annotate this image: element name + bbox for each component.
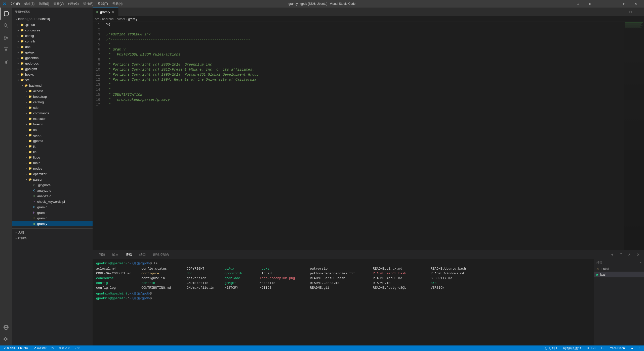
code-line-2: 2 (93, 27, 624, 32)
tab-close-button[interactable]: ✕ (112, 10, 115, 14)
sidebar-item-gpMgmt[interactable]: 📁 gpMgmt (12, 66, 93, 72)
sidebar-item-lib[interactable]: 📁 lib (12, 149, 93, 155)
sidebar-item-analyze-o[interactable]: ≡ analyze.o (12, 193, 93, 199)
explorer-activity-icon[interactable] (0, 8, 12, 20)
menu-file[interactable]: 文件(F) (8, 1, 22, 7)
status-tab-size[interactable]: 制表符长度: 4 (562, 345, 582, 351)
breadcrumb-parser[interactable]: parser (116, 17, 125, 21)
sidebar-item-check-keywords[interactable]: ⋄ check_keywords.pl (12, 199, 93, 204)
sidebar-item-src[interactable]: 📂 src (12, 77, 93, 83)
search-activity-icon[interactable] (0, 20, 12, 32)
restore-button[interactable]: ◻ (618, 0, 630, 8)
terminal-sidebar-add[interactable]: + (640, 261, 641, 264)
menu-bar[interactable]: 文件(F) 编辑(E) 选择(S) 查看(V) 转到(G) 运行(R) 终端(T… (8, 1, 125, 7)
tree-root[interactable]: GPDB [SSH: UBUNTU] (12, 16, 93, 22)
layout-btn[interactable]: ⊟ (572, 0, 584, 8)
status-line-ending[interactable]: LF (600, 345, 606, 351)
sidebar-item-concourse[interactable]: 📁 concourse (12, 27, 93, 33)
sidebar-item-backend[interactable]: 📂 backend (12, 83, 93, 88)
sidebar-item-access[interactable]: 📁 access (12, 88, 93, 94)
settings-activity-icon[interactable] (0, 333, 12, 345)
sidebar-item-executor[interactable]: 📁 executor (12, 116, 93, 121)
sidebar-item-gram-y[interactable]: ≣ gram.y (12, 221, 93, 226)
sidebar-item-outline[interactable]: 大纲 (12, 230, 93, 235)
sidebar-item-gram-o[interactable]: ≡ gram.o (12, 215, 93, 221)
menu-run[interactable]: 运行(R) (81, 1, 96, 7)
sidebar-item-fts[interactable]: 📁 fts (12, 127, 93, 132)
status-errors[interactable]: ⊗ 0 ⚠ 0 (58, 345, 71, 351)
sidebar-item-doc[interactable]: 📁 doc (12, 44, 93, 49)
sidebar-item-gpdb-doc[interactable]: 📁 gpdb-doc (12, 61, 93, 66)
terminal-instance-bash[interactable]: ▶ bash (594, 272, 644, 277)
layout-btn3[interactable]: ◫ (595, 0, 607, 8)
list-item: src (431, 281, 481, 285)
sidebar-item-github[interactable]: 📁 .github (12, 22, 93, 27)
sidebar-item-bootstrap[interactable]: 📁 bootstrap (12, 94, 93, 99)
status-changes[interactable]: ⇄ 0 (74, 345, 81, 351)
sidebar-item-gpAux[interactable]: 📁 gpAux (12, 49, 93, 55)
close-button[interactable]: ✕ (630, 0, 641, 8)
breadcrumb-gram-y[interactable]: gram.y (128, 17, 137, 21)
sidebar-item-contrib[interactable]: 📁 contrib (12, 38, 93, 44)
status-ssh[interactable]: ✕ ✕ SSH: Ubuntu (3, 345, 29, 351)
terminal-content[interactable]: gpadmin@gpadmin0:~/桌面/gpdb$ ls aclocal.m… (93, 259, 594, 345)
sidebar-item-config[interactable]: 📁 config (12, 33, 93, 38)
close-panel-button[interactable]: ✕ (634, 251, 641, 258)
menu-help[interactable]: 帮助(H) (110, 1, 125, 7)
code-editor[interactable]: 1 %{ 2 3 /*#define YYDEBUG 1*/ 4 /*-----… (93, 22, 624, 250)
sidebar-item-gpopt[interactable]: 📁 gpopt (12, 132, 93, 138)
add-terminal-button[interactable]: + (609, 251, 616, 258)
split-editor-button[interactable]: ⊡ (627, 8, 634, 15)
breadcrumb-backend[interactable]: backend (102, 17, 113, 21)
tab-problems[interactable]: 问题 (95, 250, 109, 259)
tab-terminal[interactable]: 终端 (122, 250, 136, 259)
split-terminal-button[interactable]: ⌃ (617, 251, 624, 258)
menu-view[interactable]: 查看(V) (52, 1, 66, 7)
tab-ports[interactable]: 端口 (136, 250, 149, 259)
sidebar-item-nodes[interactable]: 📁 nodes (12, 166, 93, 171)
sidebar-item-commands[interactable]: 📁 commands (12, 110, 93, 116)
tab-gram-y[interactable]: ≣ gram.y ✕ (93, 8, 118, 16)
status-sync[interactable]: ↻ (50, 345, 55, 351)
sidebar-item-main[interactable]: 📁 main (12, 160, 93, 166)
tab-debug-console[interactable]: 调试控制台 (149, 250, 173, 259)
status-encoding[interactable]: UTF-8 (586, 345, 596, 351)
sidebar-item-catalog[interactable]: 📁 catalog (12, 99, 93, 105)
status-upload[interactable]: ↑ (638, 345, 641, 351)
menu-terminal[interactable]: 终端(T) (96, 1, 110, 7)
layout-btn2[interactable]: ⊞ (584, 0, 595, 8)
breadcrumb-src[interactable]: src (95, 17, 99, 21)
status-language[interactable]: Yacc/Bison (609, 345, 626, 351)
sidebar-item-gitignore[interactable]: ⊙ .gitignore (12, 182, 93, 188)
menu-edit[interactable]: 编辑(E) (22, 1, 36, 7)
account-activity-icon[interactable] (0, 321, 12, 333)
sidebar-item-analyze-c[interactable]: C analyze.c (12, 188, 93, 193)
sidebar-item-libpq[interactable]: 📁 libpq (12, 155, 93, 160)
sidebar-item-parser[interactable]: 📂 parser (12, 177, 93, 182)
sidebar-item-gram-c[interactable]: C gram.c (12, 204, 93, 210)
run-activity-icon[interactable] (0, 44, 12, 56)
sidebar-item-jit[interactable]: 📁 jit (12, 143, 93, 149)
sidebar-item-gpcontrib[interactable]: 📁 gpcontrib (12, 55, 93, 61)
status-cloud[interactable]: ☁ (629, 345, 634, 351)
terminal-instance-install[interactable]: ⚠ install (594, 266, 644, 272)
sidebar-item-gporca[interactable]: 📁 gporca (12, 138, 93, 143)
sidebar-item-gram-h[interactable]: H gram.h (12, 210, 93, 215)
status-cursor[interactable]: 行 1, 列 1 (544, 345, 558, 351)
tab-output[interactable]: 输出 (109, 250, 122, 259)
minimize-button[interactable]: ─ (607, 0, 618, 8)
sidebar-item-foreign[interactable]: 📁 foreign (12, 121, 93, 127)
window-controls[interactable]: ⊟ ⊞ ◫ ─ ◻ ✕ (572, 0, 641, 8)
minimize-panel-button[interactable]: ∧ (626, 251, 633, 258)
status-git-branch[interactable]: ⎇ master (32, 345, 47, 351)
menu-select[interactable]: 选择(S) (37, 1, 51, 7)
sidebar-item-cdb[interactable]: 📁 cdb (12, 105, 93, 110)
sidebar-item-hooks[interactable]: 📁 hooks (12, 72, 93, 77)
extensions-activity-icon[interactable] (0, 56, 12, 68)
menu-goto[interactable]: 转到(G) (66, 1, 80, 7)
source-control-activity-icon[interactable] (0, 32, 12, 44)
sidebar-item-timeline[interactable]: 时间线 (12, 235, 93, 241)
sidebar-more-button[interactable]: ··· (86, 10, 90, 14)
sidebar-item-optimizer[interactable]: 📁 optimizer (12, 171, 93, 177)
more-actions-button[interactable]: ··· (635, 8, 642, 15)
